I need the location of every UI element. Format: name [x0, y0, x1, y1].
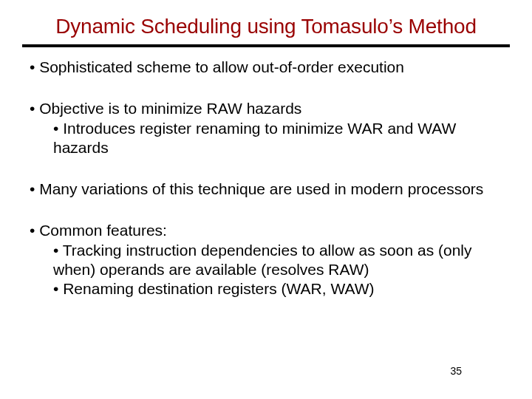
bullet-4b: • Renaming destination registers (WAR, W… [53, 279, 502, 299]
slide-title: Dynamic Scheduling using Tomasulo’s Meth… [22, 15, 510, 38]
page-number: 35 [450, 365, 462, 377]
bullet-3: • Many variations of this technique are … [30, 180, 502, 199]
bullet-4: • Common features: [30, 221, 502, 240]
slide-content: • Sophisticated scheme to allow out-of-o… [22, 58, 510, 299]
bullet-2: • Objective is to minimize RAW hazards [30, 99, 502, 118]
bullet-1: • Sophisticated scheme to allow out-of-o… [30, 58, 502, 77]
title-rule [22, 44, 510, 47]
bullet-2a: • Introduces register renaming to minimi… [53, 119, 502, 158]
bullet-4a: • Tracking instruction dependencies to a… [53, 241, 502, 280]
